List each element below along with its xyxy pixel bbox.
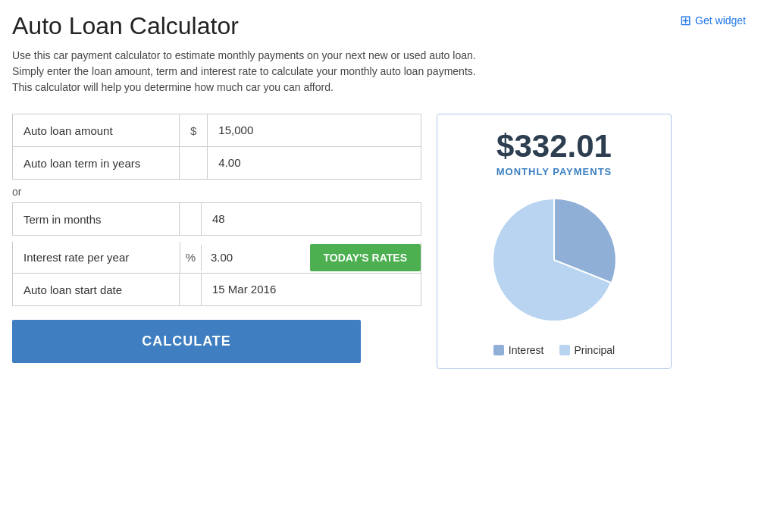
term-months-row: Term in months [13, 203, 421, 236]
interest-rate-label: Interest rate per year [13, 242, 180, 273]
start-date-prefix [180, 274, 202, 306]
monthly-payment: $332.01 [496, 128, 612, 164]
principal-legend-label: Principal [575, 344, 615, 356]
loan-amount-input-cell [208, 114, 421, 147]
loan-term-years-prefix [180, 147, 208, 180]
start-date-row: Auto loan start date [13, 274, 421, 306]
start-date-label: Auto loan start date [13, 274, 180, 306]
pie-chart-svg [482, 188, 626, 332]
widget-icon: ⊞ [680, 12, 691, 29]
page-title: Auto Loan Calculator [12, 12, 239, 40]
form-table-3: Auto loan start date [12, 274, 421, 306]
pie-chart [482, 188, 626, 332]
pie-legend: Interest Principal [493, 344, 615, 356]
form-table-2: Term in months [12, 202, 421, 236]
right-panel: $332.01 MONTHLY PAYMENTS Interest Princi… [437, 114, 672, 369]
interest-legend-box [493, 345, 504, 355]
loan-term-years-input-cell [208, 147, 421, 180]
loan-amount-label: Auto loan amount [13, 114, 180, 147]
or-text: or [12, 186, 421, 198]
loan-term-years-row: Auto loan term in years [13, 147, 421, 180]
term-months-label: Term in months [13, 203, 180, 236]
page-header: Auto Loan Calculator ⊞ Get widget [12, 12, 746, 40]
interest-rate-prefix: % [180, 242, 201, 273]
interest-rate-input[interactable] [211, 251, 293, 264]
interest-legend-item: Interest [493, 344, 544, 356]
todays-rates-button[interactable]: TODAY'S RATES [310, 244, 421, 271]
monthly-label: MONTHLY PAYMENTS [496, 166, 612, 177]
start-date-input[interactable] [212, 283, 410, 296]
start-date-input-cell [202, 274, 421, 306]
interest-rate-row: Interest rate per year % TODAY'S RATES [12, 242, 421, 274]
interest-rate-input-wrap [201, 245, 302, 271]
loan-term-years-input[interactable] [218, 156, 410, 169]
loan-amount-input[interactable] [218, 124, 410, 136]
interest-legend-label: Interest [509, 344, 544, 356]
loan-term-years-label: Auto loan term in years [13, 147, 180, 180]
loan-amount-row: Auto loan amount $ [13, 114, 421, 147]
form-table: Auto loan amount $ Auto loan term in yea… [12, 114, 421, 180]
get-widget-link[interactable]: ⊞ Get widget [680, 12, 746, 29]
term-months-input[interactable] [212, 212, 410, 225]
loan-amount-prefix: $ [180, 114, 208, 147]
page-description: Use this car payment calculator to estim… [12, 48, 497, 95]
main-content: Auto loan amount $ Auto loan term in yea… [12, 114, 746, 369]
widget-link-label: Get widget [695, 14, 746, 27]
term-months-prefix [180, 203, 202, 236]
left-panel: Auto loan amount $ Auto loan term in yea… [12, 114, 421, 363]
term-months-input-cell [202, 203, 421, 236]
principal-legend-item: Principal [559, 344, 615, 356]
calculate-button[interactable]: CALCULATE [12, 320, 361, 363]
principal-legend-box [559, 345, 570, 355]
